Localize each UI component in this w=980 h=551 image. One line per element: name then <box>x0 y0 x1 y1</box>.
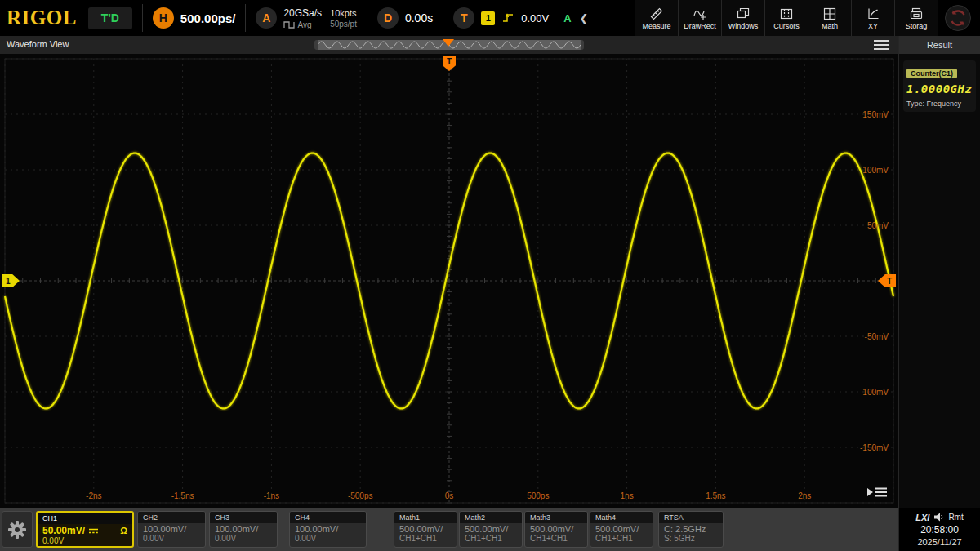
x-axis-label: 2ns <box>798 491 811 500</box>
tool-label: XY <box>868 22 878 30</box>
channel-scale: 100.00mV/ <box>215 524 258 534</box>
acquire-settings[interactable]: A 20GSa/s Avg 10kpts 50ps/pt <box>256 7 357 29</box>
y-axis-label: -150mV <box>860 443 889 452</box>
channel-offset: 0.00V <box>38 536 132 545</box>
delay-value: 0.00s <box>405 11 433 24</box>
acquire-mode: Avg <box>297 20 311 29</box>
math-icon <box>822 7 837 21</box>
storage-button[interactable]: Storag <box>894 0 938 36</box>
channel-bar: CH1 50.00mV/ Ω 0.00V CH2 100.00mV/ 0.00V… <box>0 508 898 551</box>
math-name: Math1 <box>394 512 457 523</box>
graticule <box>0 54 898 508</box>
math-name: Math2 <box>460 512 522 523</box>
menu-icon[interactable] <box>874 40 889 50</box>
math-scale: 500.00mV/ <box>465 524 508 534</box>
rtsa-name: RTSA <box>659 512 723 523</box>
rtsa-box[interactable]: RTSA C: 2.5GHz S: 5GHz <box>658 511 724 548</box>
gear-icon <box>8 521 26 539</box>
x-axis-label: -500ps <box>348 491 373 500</box>
channel-name: CH3 <box>210 512 277 523</box>
counter-type: Type: Frequency <box>906 100 973 108</box>
menu-expand-icon[interactable] <box>866 485 889 500</box>
math4-box[interactable]: Math4 500.00mV/ CH1+CH1 <box>590 511 653 548</box>
channel-ch1-box[interactable]: CH1 50.00mV/ Ω 0.00V <box>36 511 134 548</box>
horizontal-badge: H <box>153 7 174 29</box>
x-axis-label: 1.5ns <box>706 491 725 500</box>
tool-label: Windows <box>728 22 759 30</box>
counter-result[interactable]: Counter(C1) 1.0000GHz Type: Frequency <box>903 60 976 112</box>
timebase-value: 500.00ps/ <box>180 11 236 25</box>
divider <box>142 4 143 32</box>
trigger-position-pointer[interactable] <box>443 39 454 47</box>
horizontal-settings[interactable]: H 500.00ps/ <box>153 7 236 29</box>
y-axis-label: -100mV <box>860 388 889 397</box>
acquire-info: 20GSa/s Avg 10kpts 50ps/pt <box>283 7 357 29</box>
math1-box[interactable]: Math1 500.00mV/ CH1+CH1 <box>394 511 457 548</box>
tool-label: Storag <box>906 22 928 30</box>
settings-button[interactable] <box>2 511 33 548</box>
waveform-display[interactable]: 150mV 100mV 50mV -50mV -100mV -150mV -2n… <box>0 54 898 508</box>
trigger-status-badge[interactable]: T'D <box>88 7 132 29</box>
delay-settings[interactable]: D 0.00s <box>377 7 433 29</box>
channel-ch2-box[interactable]: CH2 100.00mV/ 0.00V <box>137 511 206 548</box>
clock-time[interactable]: 20:58:00 <box>920 524 959 535</box>
cursors-icon <box>779 7 794 21</box>
counter-value: 1.0000GHz <box>906 82 973 96</box>
math3-box[interactable]: Math3 500.00mV/ CH1+CH1 <box>524 511 588 548</box>
impedance-indicator: Ω <box>120 526 127 535</box>
channel-offset: 0.00V <box>138 534 205 543</box>
collapse-toolbar-icon[interactable]: ❮ <box>580 12 589 24</box>
waveform-view-title: Waveform View <box>7 39 69 49</box>
rising-edge-icon <box>501 11 514 24</box>
memory-depth: 10kpts <box>330 8 357 18</box>
math2-box[interactable]: Math2 500.00mV/ CH1+CH1 <box>459 511 523 548</box>
clock-date[interactable]: 2025/11/27 <box>917 537 961 547</box>
drawrect-button[interactable]: DrawRect <box>678 0 721 36</box>
refresh-circle-icon <box>944 4 972 32</box>
storage-icon <box>909 7 924 21</box>
channel-name: CH2 <box>138 512 205 523</box>
x-axis-label: -2ns <box>86 491 101 500</box>
math-scale: 500.00mV/ <box>530 524 573 534</box>
windows-button[interactable]: Windows <box>721 0 764 36</box>
channel-ch4-box[interactable]: CH4 100.00mV/ 0.00V <box>289 511 367 548</box>
top-bar: RIGOL T'D H 500.00ps/ A 20GSa/s Avg 10kp… <box>0 0 980 36</box>
avg-mode-icon <box>283 20 295 29</box>
channel-offset: 0.00V <box>210 534 277 543</box>
result-panel: Result Counter(C1) 1.0000GHz Type: Frequ… <box>898 36 980 551</box>
math-scale: 500.00mV/ <box>399 524 443 534</box>
assistant-button[interactable] <box>938 0 977 36</box>
xy-axes-icon <box>866 7 880 21</box>
dc-coupling-icon <box>88 527 99 535</box>
trigger-source-badge: 1 <box>481 11 495 25</box>
channel-name: CH4 <box>290 512 366 523</box>
math-expression: CH1+CH1 <box>590 534 653 543</box>
math-expression: CH1+CH1 <box>525 534 587 543</box>
x-axis-label: -1ns <box>264 491 279 500</box>
channel-name: CH1 <box>38 513 132 524</box>
trigger-badge: T <box>453 7 474 29</box>
divider <box>245 4 246 32</box>
result-panel-title: Result <box>899 36 980 54</box>
acquire-badge: A <box>256 7 277 29</box>
speaker-icon[interactable] <box>933 513 944 522</box>
draw-rect-icon <box>693 7 707 21</box>
channel-offset: 0.00V <box>290 534 366 543</box>
cursors-button[interactable]: Cursors <box>764 0 808 36</box>
lxi-logo: LXI <box>915 513 929 522</box>
status-block: LXI Rmt 20:58:00 2025/11/27 <box>899 508 980 551</box>
math-name: Math3 <box>525 512 587 523</box>
y-axis-label: 100mV <box>862 166 889 175</box>
tool-label: Cursors <box>773 22 800 30</box>
math-button[interactable]: Math <box>808 0 851 36</box>
channel-scale: 100.00mV/ <box>295 524 338 534</box>
trigger-sweep-mode: A <box>564 12 571 24</box>
ruler-icon <box>649 7 664 21</box>
trigger-settings[interactable]: T 1 0.00V A <box>453 7 571 29</box>
x-axis-label: 500ps <box>527 491 549 500</box>
waveform-view-header: Waveform View <box>0 36 898 54</box>
sample-resolution: 50ps/pt <box>330 20 357 29</box>
channel-ch3-box[interactable]: CH3 100.00mV/ 0.00V <box>209 511 278 548</box>
measure-button[interactable]: Measure <box>635 0 678 36</box>
xy-button[interactable]: XY <box>851 0 894 36</box>
